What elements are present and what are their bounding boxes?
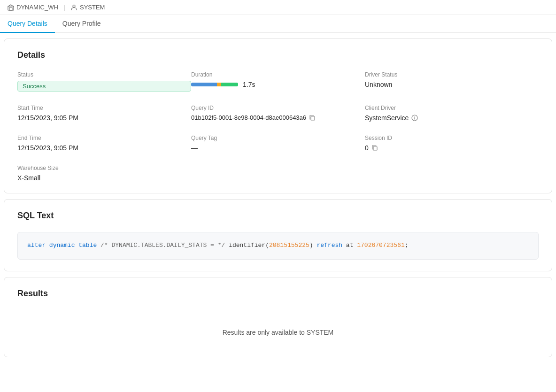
status-label: Status	[17, 71, 191, 78]
svg-rect-1	[9, 8, 12, 10]
status-item: Status Success	[17, 71, 191, 92]
end-time-item: End Time 12/15/2023, 9:05 PM	[17, 135, 191, 152]
user-item[interactable]: SYSTEM	[71, 4, 105, 11]
divider: |	[64, 4, 65, 11]
warehouse-size-item: Warehouse Size X-Small	[17, 165, 191, 182]
svg-rect-0	[8, 6, 14, 10]
tab-query-profile[interactable]: Query Profile	[55, 15, 108, 33]
results-message: Results are only available to SYSTEM	[17, 310, 539, 346]
duration-bar-yellow	[217, 83, 221, 86]
warehouse-label: DYNAMIC_WH	[16, 4, 58, 11]
sql-identifier-func: identifier(	[229, 242, 269, 249]
sql-at: at	[346, 242, 354, 249]
duration-label: Duration	[191, 71, 365, 78]
results-title: Results	[17, 289, 539, 299]
client-driver-info-icon[interactable]	[411, 115, 418, 121]
duration-value: 1.7s	[243, 81, 255, 88]
sql-timestamp: 1702670723561	[357, 242, 404, 249]
client-driver-value: SystemService	[365, 114, 409, 122]
session-id-value: 0	[365, 144, 369, 152]
duration-item: Duration 1.7s	[191, 71, 365, 92]
warehouse-icon	[8, 4, 14, 11]
query-tag-item: Query Tag —	[191, 135, 365, 152]
warehouse-size-label: Warehouse Size	[17, 165, 191, 171]
start-time-label: Start Time	[17, 105, 191, 111]
query-id-label: Query ID	[191, 105, 365, 111]
end-time-label: End Time	[17, 135, 191, 141]
warehouse-item[interactable]: DYNAMIC_WH	[8, 4, 58, 11]
session-id-label: Session ID	[365, 135, 539, 141]
svg-rect-3	[311, 116, 315, 120]
end-time-value: 12/15/2023, 9:05 PM	[17, 144, 191, 152]
start-time-value: 12/15/2023, 9:05 PM	[17, 114, 191, 122]
sql-keyword-refresh: refresh	[317, 242, 342, 249]
results-card: Results Results are only available to SY…	[4, 277, 552, 357]
query-id-item: Query ID 01b102f5-0001-8e98-0004-d8ae000…	[191, 105, 365, 122]
client-driver-item: Client Driver SystemService	[365, 105, 539, 122]
driver-status-label: Driver Status	[365, 71, 539, 78]
sql-keyword-table: table	[78, 242, 97, 249]
top-bar: DYNAMIC_WH | SYSTEM	[0, 0, 556, 15]
start-time-item: Start Time 12/15/2023, 9:05 PM	[17, 105, 191, 122]
status-badge: Success	[17, 81, 191, 92]
results-message-text: Results are only available to SYSTEM	[223, 329, 334, 336]
copy-session-id-icon[interactable]	[371, 145, 378, 151]
query-tag-label: Query Tag	[191, 135, 365, 141]
svg-rect-7	[373, 146, 377, 150]
driver-status-value: Unknown	[365, 81, 539, 88]
sql-close: )	[309, 242, 313, 249]
sql-title: SQL Text	[17, 211, 539, 221]
client-driver-row: SystemService	[365, 114, 539, 122]
session-id-item: Session ID 0	[365, 135, 539, 152]
query-tag-value: —	[191, 144, 365, 152]
user-label: SYSTEM	[80, 4, 105, 11]
duration-bar-green	[221, 83, 238, 86]
sql-code-block: alter dynamic table /* DYNAMIC.TABLES.DA…	[17, 232, 539, 260]
query-id-row: 01b102f5-0001-8e98-0004-d8ae000643a6	[191, 114, 365, 121]
sql-comment: /* DYNAMIC.TABLES.DAILY_STATS = */	[100, 242, 225, 249]
copy-query-id-icon[interactable]	[309, 115, 316, 121]
sql-semicolon: ;	[405, 242, 409, 249]
details-grid: Status Success Duration 1.7s Driver Stat…	[17, 71, 539, 182]
query-id-value: 01b102f5-0001-8e98-0004-d8ae000643a6	[191, 114, 306, 121]
user-icon	[71, 4, 77, 11]
svg-point-2	[73, 5, 75, 8]
duration-bar-blue	[191, 83, 217, 86]
details-card: Details Status Success Duration 1.7s Dri…	[4, 38, 552, 193]
tab-bar: Query Details Query Profile	[0, 15, 556, 33]
tab-query-details[interactable]: Query Details	[0, 15, 55, 33]
sql-keyword-dynamic: dynamic	[49, 242, 75, 249]
details-title: Details	[17, 50, 539, 60]
sql-keyword-alter: alter	[27, 242, 46, 249]
sql-card: SQL Text alter dynamic table /* DYNAMIC.…	[4, 199, 552, 271]
svg-point-6	[415, 116, 415, 116]
driver-status-item: Driver Status Unknown	[365, 71, 539, 92]
duration-container: 1.7s	[191, 81, 365, 88]
session-id-row: 0	[365, 144, 539, 152]
warehouse-size-value: X-Small	[17, 174, 191, 182]
sql-number: 20815155225	[269, 242, 309, 249]
duration-bar	[191, 83, 238, 86]
client-driver-label: Client Driver	[365, 105, 539, 111]
